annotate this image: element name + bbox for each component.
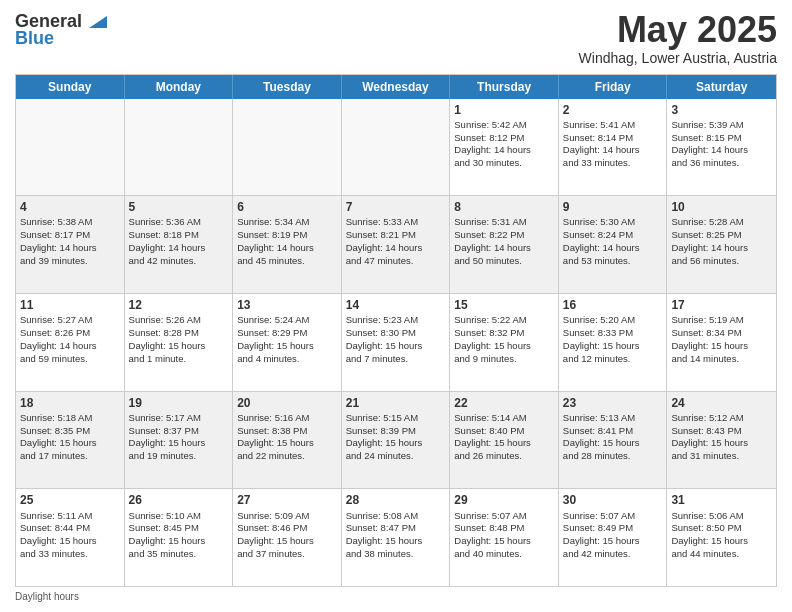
day-info: Sunrise: 5:11 AM — [20, 510, 120, 523]
logo-icon — [85, 10, 107, 32]
page: General Blue May 2025 Windhag, Lower Aus… — [0, 0, 792, 612]
day-info: Sunset: 8:14 PM — [563, 132, 663, 145]
day-number: 24 — [671, 395, 772, 411]
day-number: 4 — [20, 199, 120, 215]
calendar-cell: 11Sunrise: 5:27 AMSunset: 8:26 PMDayligh… — [16, 294, 125, 391]
day-info: Daylight: 15 hours — [346, 340, 446, 353]
day-number: 6 — [237, 199, 337, 215]
day-number: 21 — [346, 395, 446, 411]
day-info: and 35 minutes. — [129, 548, 229, 561]
month-title: May 2025 — [579, 10, 777, 50]
day-info: Sunset: 8:47 PM — [346, 522, 446, 535]
calendar-cell: 29Sunrise: 5:07 AMSunset: 8:48 PMDayligh… — [450, 489, 559, 586]
calendar-cell: 1Sunrise: 5:42 AMSunset: 8:12 PMDaylight… — [450, 99, 559, 196]
header: General Blue May 2025 Windhag, Lower Aus… — [15, 10, 777, 66]
day-info: Sunset: 8:40 PM — [454, 425, 554, 438]
calendar-cell: 9Sunrise: 5:30 AMSunset: 8:24 PMDaylight… — [559, 196, 668, 293]
calendar-cell: 22Sunrise: 5:14 AMSunset: 8:40 PMDayligh… — [450, 392, 559, 489]
calendar-cell — [233, 99, 342, 196]
day-info: and 39 minutes. — [20, 255, 120, 268]
day-info: Sunrise: 5:08 AM — [346, 510, 446, 523]
day-info: Daylight: 15 hours — [346, 535, 446, 548]
calendar-cell: 8Sunrise: 5:31 AMSunset: 8:22 PMDaylight… — [450, 196, 559, 293]
day-info: and 47 minutes. — [346, 255, 446, 268]
calendar-cell: 7Sunrise: 5:33 AMSunset: 8:21 PMDaylight… — [342, 196, 451, 293]
day-info: Sunset: 8:46 PM — [237, 522, 337, 535]
day-number: 14 — [346, 297, 446, 313]
day-info: Daylight: 15 hours — [20, 535, 120, 548]
day-number: 12 — [129, 297, 229, 313]
day-info: Daylight: 14 hours — [563, 242, 663, 255]
calendar-cell: 19Sunrise: 5:17 AMSunset: 8:37 PMDayligh… — [125, 392, 234, 489]
day-info: Daylight: 15 hours — [129, 535, 229, 548]
day-number: 30 — [563, 492, 663, 508]
day-info: and 26 minutes. — [454, 450, 554, 463]
day-info: Sunrise: 5:17 AM — [129, 412, 229, 425]
day-info: and 33 minutes. — [20, 548, 120, 561]
day-info: Daylight: 15 hours — [671, 535, 772, 548]
calendar-cell: 15Sunrise: 5:22 AMSunset: 8:32 PMDayligh… — [450, 294, 559, 391]
day-number: 20 — [237, 395, 337, 411]
calendar-row: 11Sunrise: 5:27 AMSunset: 8:26 PMDayligh… — [16, 294, 776, 392]
calendar-cell: 13Sunrise: 5:24 AMSunset: 8:29 PMDayligh… — [233, 294, 342, 391]
day-info: Sunrise: 5:22 AM — [454, 314, 554, 327]
day-number: 18 — [20, 395, 120, 411]
day-info: Daylight: 15 hours — [454, 535, 554, 548]
day-info: Daylight: 14 hours — [20, 242, 120, 255]
day-info: Sunset: 8:50 PM — [671, 522, 772, 535]
day-info: Sunrise: 5:39 AM — [671, 119, 772, 132]
day-info: Daylight: 15 hours — [346, 437, 446, 450]
day-info: Daylight: 15 hours — [671, 340, 772, 353]
day-number: 1 — [454, 102, 554, 118]
calendar-cell: 21Sunrise: 5:15 AMSunset: 8:39 PMDayligh… — [342, 392, 451, 489]
calendar-row: 18Sunrise: 5:18 AMSunset: 8:35 PMDayligh… — [16, 392, 776, 490]
day-info: and 56 minutes. — [671, 255, 772, 268]
calendar-header-cell: Wednesday — [342, 75, 451, 99]
day-number: 25 — [20, 492, 120, 508]
day-number: 22 — [454, 395, 554, 411]
day-number: 26 — [129, 492, 229, 508]
day-number: 31 — [671, 492, 772, 508]
calendar-cell: 2Sunrise: 5:41 AMSunset: 8:14 PMDaylight… — [559, 99, 668, 196]
day-info: Sunrise: 5:07 AM — [454, 510, 554, 523]
calendar-body: 1Sunrise: 5:42 AMSunset: 8:12 PMDaylight… — [16, 99, 776, 586]
day-info: Daylight: 15 hours — [454, 437, 554, 450]
day-info: Sunrise: 5:09 AM — [237, 510, 337, 523]
day-info: Sunrise: 5:12 AM — [671, 412, 772, 425]
day-number: 11 — [20, 297, 120, 313]
title-section: May 2025 Windhag, Lower Austria, Austria — [579, 10, 777, 66]
day-info: Sunset: 8:32 PM — [454, 327, 554, 340]
calendar-cell: 10Sunrise: 5:28 AMSunset: 8:25 PMDayligh… — [667, 196, 776, 293]
calendar: SundayMondayTuesdayWednesdayThursdayFrid… — [15, 74, 777, 587]
day-info: Sunset: 8:35 PM — [20, 425, 120, 438]
day-info: and 42 minutes. — [563, 548, 663, 561]
calendar-cell: 26Sunrise: 5:10 AMSunset: 8:45 PMDayligh… — [125, 489, 234, 586]
day-info: Sunset: 8:26 PM — [20, 327, 120, 340]
calendar-cell — [125, 99, 234, 196]
calendar-cell: 14Sunrise: 5:23 AMSunset: 8:30 PMDayligh… — [342, 294, 451, 391]
day-info: Sunrise: 5:26 AM — [129, 314, 229, 327]
calendar-cell: 17Sunrise: 5:19 AMSunset: 8:34 PMDayligh… — [667, 294, 776, 391]
calendar-cell: 30Sunrise: 5:07 AMSunset: 8:49 PMDayligh… — [559, 489, 668, 586]
calendar-cell — [16, 99, 125, 196]
day-info: Sunrise: 5:20 AM — [563, 314, 663, 327]
day-number: 15 — [454, 297, 554, 313]
calendar-row: 4Sunrise: 5:38 AMSunset: 8:17 PMDaylight… — [16, 196, 776, 294]
calendar-header-cell: Sunday — [16, 75, 125, 99]
calendar-header-cell: Saturday — [667, 75, 776, 99]
calendar-cell: 23Sunrise: 5:13 AMSunset: 8:41 PMDayligh… — [559, 392, 668, 489]
calendar-row: 25Sunrise: 5:11 AMSunset: 8:44 PMDayligh… — [16, 489, 776, 586]
day-info: Daylight: 15 hours — [454, 340, 554, 353]
day-info: Sunrise: 5:42 AM — [454, 119, 554, 132]
day-number: 8 — [454, 199, 554, 215]
day-info: Daylight: 15 hours — [563, 437, 663, 450]
day-info: and 50 minutes. — [454, 255, 554, 268]
day-info: Sunset: 8:39 PM — [346, 425, 446, 438]
day-info: Sunset: 8:17 PM — [20, 229, 120, 242]
day-info: and 1 minute. — [129, 353, 229, 366]
day-info: Daylight: 15 hours — [129, 437, 229, 450]
day-info: Daylight: 14 hours — [563, 144, 663, 157]
day-info: Sunrise: 5:19 AM — [671, 314, 772, 327]
calendar-cell: 4Sunrise: 5:38 AMSunset: 8:17 PMDaylight… — [16, 196, 125, 293]
day-info: Daylight: 15 hours — [563, 340, 663, 353]
